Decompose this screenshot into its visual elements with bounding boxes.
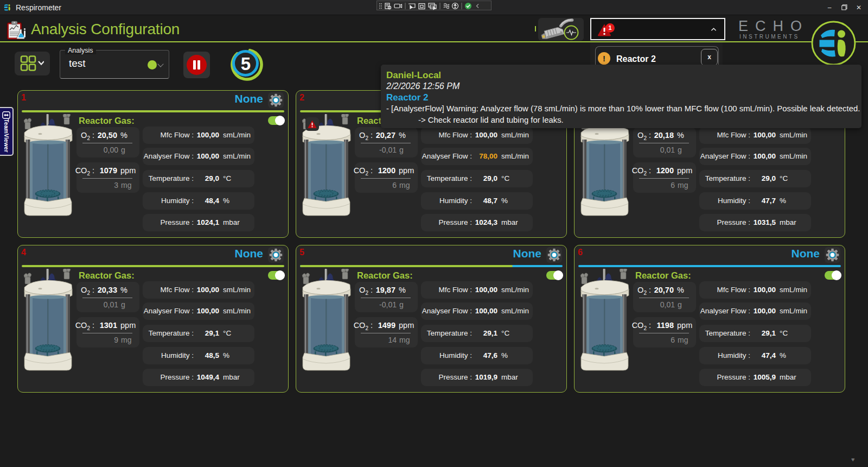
svg-text:5: 5 [241,54,251,74]
